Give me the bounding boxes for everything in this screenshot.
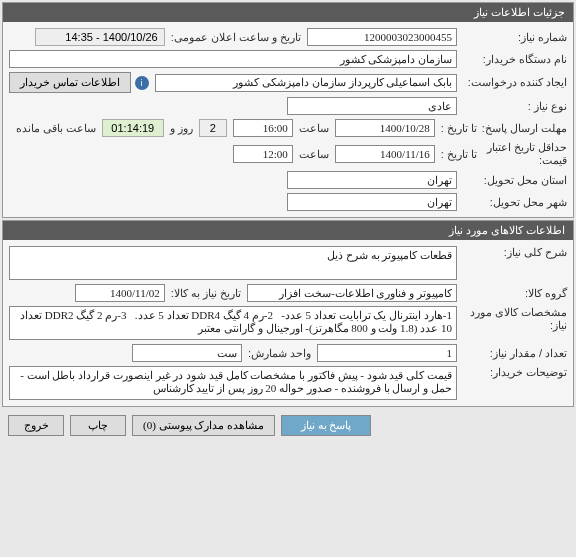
- reply-time-label: ساعت: [293, 122, 335, 135]
- creator-label: ایجاد کننده درخواست:: [457, 76, 567, 89]
- contact-button[interactable]: اطلاعات تماس خریدار: [9, 72, 131, 93]
- reply-date-field[interactable]: [335, 119, 435, 137]
- reply-time-field[interactable]: [233, 119, 293, 137]
- creator-field[interactable]: [155, 74, 458, 92]
- reply-deadline-label: مهلت ارسال پاسخ:: [477, 122, 567, 135]
- deliver-state-field[interactable]: [287, 171, 457, 189]
- goods-info-panel: اطلاعات کالاهای مورد نیاز شرح کلی نیاز: …: [2, 220, 574, 407]
- row-desc: شرح کلی نیاز:: [9, 244, 567, 282]
- price-date-field[interactable]: [335, 145, 435, 163]
- row-need-no: شماره نیاز: تاریخ و ساعت اعلان عمومی: 14…: [9, 26, 567, 48]
- row-spec: مشخصات کالای مورد نیاز:: [9, 304, 567, 342]
- group-field[interactable]: [247, 284, 457, 302]
- panel2-body: شرح کلی نیاز: گروه کالا: تاریخ نیاز به ک…: [3, 240, 573, 406]
- to-date-label: تا تاریخ :: [435, 122, 477, 135]
- buyer-org-field[interactable]: [9, 50, 457, 68]
- qty-field[interactable]: [317, 344, 457, 362]
- notes-field[interactable]: [9, 366, 457, 400]
- group-label: گروه کالا:: [457, 287, 567, 300]
- row-need-type: نوع نیاز :: [9, 95, 567, 117]
- need-type-label: نوع نیاز :: [457, 100, 567, 113]
- announce-value: 1400/10/26 - 14:35: [35, 28, 165, 46]
- print-button[interactable]: چاپ: [70, 415, 126, 436]
- panel1-header: جزئیات اطلاعات نیاز: [3, 3, 573, 22]
- spec-field[interactable]: [9, 306, 457, 340]
- row-buyer-org: نام دستگاه خریدار:: [9, 48, 567, 70]
- row-creator: ایجاد کننده درخواست: i اطلاعات تماس خرید…: [9, 70, 567, 95]
- announce-label: تاریخ و ساعت اعلان عمومی:: [165, 31, 307, 44]
- price-validity-label: حداقل تاریخ اعتبار قیمت:: [477, 141, 567, 167]
- footer-bar: خروج چاپ مشاهده مدارک پیوستی (0) پاسخ به…: [0, 409, 576, 442]
- need-type-field[interactable]: [287, 97, 457, 115]
- time-left: 01:14:19: [102, 119, 164, 137]
- row-qty: تعداد / مقدار نیاز: واحد شمارش:: [9, 342, 567, 364]
- deliver-city-field[interactable]: [287, 193, 457, 211]
- unit-field[interactable]: [132, 344, 242, 362]
- price-time-label: ساعت: [293, 148, 335, 161]
- row-notes: توضیحات خریدار:: [9, 364, 567, 402]
- unit-label: واحد شمارش:: [242, 347, 317, 360]
- desc-field[interactable]: [9, 246, 457, 280]
- need-no-label: شماره نیاز:: [457, 31, 567, 44]
- notes-label: توضیحات خریدار:: [457, 366, 567, 379]
- deliver-city-label: شهر محل تحویل:: [457, 196, 567, 209]
- spec-label: مشخصات کالای مورد نیاز:: [457, 306, 567, 332]
- price-to-date-label: تا تاریخ :: [435, 148, 477, 161]
- qty-label: تعداد / مقدار نیاز:: [457, 347, 567, 360]
- days-left: 2: [199, 119, 227, 137]
- deliver-state-label: استان محل تحویل:: [457, 174, 567, 187]
- row-reply-deadline: مهلت ارسال پاسخ: تا تاریخ : ساعت 2 روز و…: [9, 117, 567, 139]
- need-no-field[interactable]: [307, 28, 457, 46]
- need-details-panel: جزئیات اطلاعات نیاز شماره نیاز: تاریخ و …: [2, 2, 574, 218]
- reply-button[interactable]: پاسخ به نیاز: [281, 415, 371, 436]
- days-unit: روز و: [164, 122, 199, 135]
- time-unit: ساعت باقی مانده: [10, 122, 102, 135]
- row-price-validity: حداقل تاریخ اعتبار قیمت: تا تاریخ : ساعت: [9, 139, 567, 169]
- need-date-label: تاریخ نیاز به کالا:: [165, 287, 247, 300]
- exit-button[interactable]: خروج: [8, 415, 64, 436]
- row-group: گروه کالا: تاریخ نیاز به کالا:: [9, 282, 567, 304]
- panel1-title: جزئیات اطلاعات نیاز: [474, 6, 565, 18]
- row-deliver-state: استان محل تحویل:: [9, 169, 567, 191]
- desc-label: شرح کلی نیاز:: [457, 246, 567, 259]
- panel2-title: اطلاعات کالاهای مورد نیاز: [449, 224, 565, 236]
- panel2-header: اطلاعات کالاهای مورد نیاز: [3, 221, 573, 240]
- need-date-field[interactable]: [75, 284, 165, 302]
- attachments-button[interactable]: مشاهده مدارک پیوستی (0): [132, 415, 275, 436]
- price-time-field[interactable]: [233, 145, 293, 163]
- info-icon: i: [135, 76, 149, 90]
- panel1-body: شماره نیاز: تاریخ و ساعت اعلان عمومی: 14…: [3, 22, 573, 217]
- buyer-org-label: نام دستگاه خریدار:: [457, 53, 567, 66]
- row-deliver-city: شهر محل تحویل:: [9, 191, 567, 213]
